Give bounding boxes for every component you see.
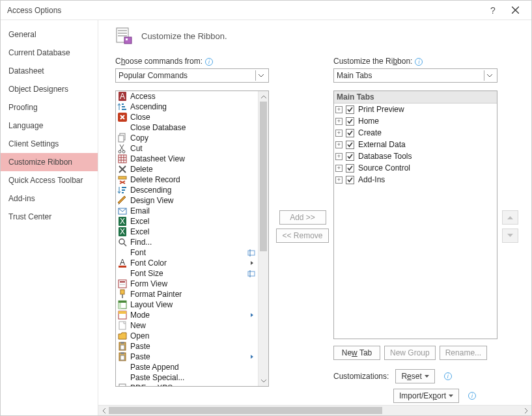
command-item[interactable]: Font Size bbox=[116, 268, 258, 279]
nav-item-general[interactable]: General bbox=[1, 25, 98, 44]
command-item[interactable]: Font bbox=[116, 247, 258, 258]
command-item[interactable]: Paste bbox=[116, 352, 258, 362]
command-item[interactable]: Format Painter bbox=[116, 289, 258, 299]
expand-icon[interactable]: + bbox=[335, 106, 343, 113]
tree-item[interactable]: +Create bbox=[334, 127, 497, 139]
scroll-down-button[interactable] bbox=[259, 376, 268, 386]
scroll-up-button[interactable] bbox=[259, 91, 268, 102]
command-item[interactable]: Paste bbox=[116, 341, 258, 352]
checkbox[interactable] bbox=[346, 152, 354, 161]
expand-icon[interactable]: + bbox=[335, 153, 343, 160]
tree-item[interactable]: +Home bbox=[334, 115, 497, 127]
svg-text:A: A bbox=[120, 258, 125, 267]
command-item[interactable]: Paste Special... bbox=[116, 372, 258, 383]
nav-item-current-database[interactable]: Current Database bbox=[1, 44, 98, 62]
checkbox[interactable] bbox=[346, 129, 354, 137]
nav-item-quick-access-toolbar[interactable]: Quick Access Toolbar bbox=[1, 171, 98, 189]
nav-item-trust-center[interactable]: Trust Center bbox=[1, 208, 98, 226]
command-item[interactable]: Close Database bbox=[116, 122, 258, 133]
command-item[interactable]: Email bbox=[116, 206, 258, 216]
submenu-indicator-icon bbox=[247, 311, 257, 320]
info-icon[interactable] bbox=[468, 392, 476, 400]
scroll-thumb[interactable] bbox=[109, 407, 382, 414]
nav-item-client-settings[interactable]: Client Settings bbox=[1, 135, 98, 153]
tree-item[interactable]: +Print Preview bbox=[334, 104, 497, 115]
nav-item-proofing[interactable]: Proofing bbox=[1, 98, 98, 117]
command-item[interactable]: AFont Color bbox=[116, 258, 258, 268]
nav-item-language[interactable]: Language bbox=[1, 117, 98, 135]
checkbox[interactable] bbox=[346, 164, 354, 173]
tree-item[interactable]: +Source Control bbox=[334, 162, 497, 174]
remove-button: << Remove bbox=[276, 229, 328, 243]
command-item[interactable]: Descending bbox=[116, 185, 258, 195]
checkbox[interactable] bbox=[346, 141, 354, 149]
commands-listbox[interactable]: AAccessAscendingCloseClose DatabaseCopyC… bbox=[115, 90, 269, 387]
svg-rect-6 bbox=[124, 37, 132, 44]
command-item[interactable]: Open bbox=[116, 331, 258, 341]
scrollbar-vertical[interactable] bbox=[258, 91, 268, 386]
checkbox[interactable] bbox=[346, 176, 354, 184]
import-export-button[interactable]: Import/Export bbox=[393, 389, 459, 403]
scroll-right-button[interactable] bbox=[521, 406, 531, 416]
command-item[interactable]: Mode bbox=[116, 310, 258, 320]
scroll-thumb[interactable] bbox=[260, 102, 267, 251]
command-item[interactable]: XExcel bbox=[116, 227, 258, 237]
command-item[interactable]: Layout View bbox=[116, 299, 258, 310]
command-item[interactable]: Close bbox=[116, 112, 258, 122]
tree-item[interactable]: +Add-Ins bbox=[334, 174, 497, 186]
command-item[interactable]: Paste Append bbox=[116, 362, 258, 372]
command-item[interactable]: New bbox=[116, 320, 258, 331]
svg-rect-4 bbox=[118, 33, 127, 34]
ribbon-tree[interactable]: Main Tabs +Print Preview+Home+Create+Ext… bbox=[333, 90, 497, 339]
help-button[interactable]: ? bbox=[482, 5, 504, 16]
nav-item-add-ins[interactable]: Add-ins bbox=[1, 189, 98, 208]
scroll-left-button[interactable] bbox=[98, 406, 109, 416]
svg-text:A: A bbox=[120, 92, 125, 101]
info-icon[interactable] bbox=[415, 58, 423, 66]
command-label: Mode bbox=[130, 311, 245, 320]
tree-label: Database Tools bbox=[358, 152, 412, 161]
command-label: Descending bbox=[130, 186, 257, 195]
nav-item-object-designers[interactable]: Object Designers bbox=[1, 80, 98, 98]
info-icon[interactable] bbox=[444, 372, 452, 380]
command-item[interactable]: Copy bbox=[116, 133, 258, 143]
commands-dropdown[interactable]: Popular Commands bbox=[115, 68, 269, 83]
checkbox[interactable] bbox=[346, 105, 354, 114]
checkbox[interactable] bbox=[346, 117, 354, 126]
command-item[interactable]: Find... bbox=[116, 237, 258, 247]
nav-item-datasheet[interactable]: Datasheet bbox=[1, 62, 98, 80]
dropdown-arrow-icon bbox=[425, 375, 429, 378]
none-icon bbox=[117, 362, 128, 372]
command-item[interactable]: Ascending bbox=[116, 102, 258, 112]
command-item[interactable]: PDF or XPS bbox=[116, 383, 258, 386]
command-item[interactable]: Datasheet View bbox=[116, 154, 258, 164]
expand-icon[interactable]: + bbox=[335, 165, 343, 172]
submenu-indicator-icon bbox=[247, 352, 257, 361]
email-icon bbox=[117, 206, 128, 216]
transfer-buttons: Add >> << Remove bbox=[272, 57, 333, 403]
page-header: Customize the Ribbon. bbox=[115, 27, 531, 45]
expand-icon[interactable]: + bbox=[335, 130, 343, 137]
expand-icon[interactable]: + bbox=[335, 141, 343, 148]
command-item[interactable]: Delete bbox=[116, 164, 258, 174]
command-item[interactable]: Cut bbox=[116, 143, 258, 154]
expand-icon[interactable]: + bbox=[335, 176, 343, 184]
command-item[interactable]: XExcel bbox=[116, 216, 258, 227]
new-tab-button[interactable]: New Tab bbox=[333, 346, 380, 360]
content-pane: Customize the Ribbon. Choose commands fr… bbox=[98, 20, 531, 415]
command-item[interactable]: Delete Record bbox=[116, 174, 258, 185]
expand-icon[interactable]: + bbox=[335, 118, 343, 125]
ribbon-dropdown[interactable]: Main Tabs bbox=[333, 68, 497, 83]
tree-item[interactable]: +Database Tools bbox=[334, 150, 497, 162]
command-item[interactable]: Design View bbox=[116, 195, 258, 206]
reset-button[interactable]: Reset bbox=[395, 369, 434, 383]
close-button[interactable] bbox=[504, 1, 526, 20]
command-item[interactable]: Form View bbox=[116, 279, 258, 289]
nav-item-customize-ribbon[interactable]: Customize Ribbon bbox=[1, 153, 98, 171]
info-icon[interactable] bbox=[205, 58, 213, 66]
command-item[interactable]: AAccess bbox=[116, 91, 258, 102]
tree-item[interactable]: +External Data bbox=[334, 139, 497, 150]
command-label: Paste bbox=[130, 342, 257, 351]
content-hscroll[interactable] bbox=[98, 405, 531, 415]
svg-rect-25 bbox=[122, 189, 125, 191]
